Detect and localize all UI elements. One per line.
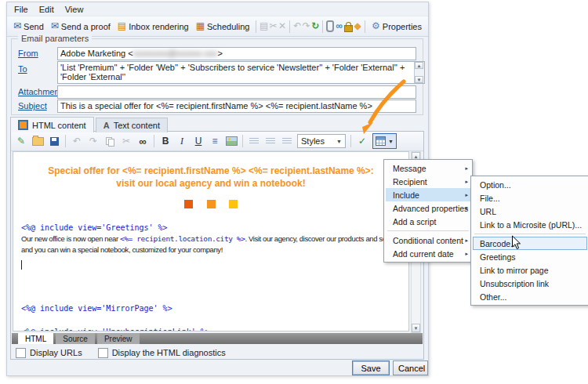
copy-button[interactable] [102, 134, 118, 148]
scroll-down-icon[interactable]: ▼ [415, 76, 423, 83]
menu-item-unsubscription-link[interactable]: Unsubscription link [473, 277, 587, 290]
menu-item-label: Add current date [393, 249, 454, 259]
menu-item-conditional-content[interactable]: Conditional content ▸ [386, 234, 470, 247]
scroll-down-icon[interactable]: ▼ [412, 324, 420, 332]
italic-button[interactable]: I [174, 134, 190, 148]
headline: Special offer for <%= recipient.firstNam… [21, 165, 401, 190]
paste-icon: ▤ [260, 21, 268, 31]
tab-source-view[interactable]: Source [56, 333, 95, 344]
insert-image-button[interactable] [223, 134, 239, 148]
menu-view[interactable]: View [60, 4, 89, 15]
submenu-arrow-icon: ▸ [465, 205, 468, 212]
image-icon [226, 136, 238, 146]
align-right-button[interactable] [279, 134, 295, 148]
subject-link[interactable]: Subject [18, 101, 47, 110]
include-unsubscription-directive: <%@ include view='UnsubscriptionLink' %> [21, 328, 401, 331]
align-center-icon [266, 138, 275, 145]
menu-item-message[interactable]: Message ▸ [386, 161, 470, 175]
from-field[interactable]: Adobe Marketing <xxxxxxxx@xxxxxx.xxx> [57, 47, 416, 60]
send-button[interactable]: ✉ Send [10, 20, 47, 33]
cut-icon: ✂ [122, 136, 130, 147]
toolbar-separator [365, 20, 365, 33]
send-a-proof-label: Send a proof [61, 22, 111, 31]
align-center-button[interactable] [263, 134, 278, 148]
cut-button[interactable]: ✂ [269, 20, 278, 34]
toolbar-separator [256, 20, 256, 33]
subject-value: This is a special offer for <%= recipien… [60, 101, 372, 110]
lock-button[interactable] [344, 20, 353, 34]
inbox-rendering-button[interactable]: ▤ Inbox rendering [114, 20, 192, 33]
canvas-wrapper: Special offer for <%= recipient.firstNam… [13, 151, 421, 333]
align-left-button[interactable] [246, 134, 262, 148]
redo-button[interactable]: ↷ [302, 20, 310, 34]
submenu-arrow-icon: ▸ [465, 192, 468, 198]
email-body-canvas[interactable]: Special offer for <%= recipient.firstNam… [13, 151, 409, 331]
menu-item-add-a-script[interactable]: Add a script [386, 215, 470, 228]
align-right-icon [282, 138, 292, 145]
menu-file[interactable]: File [9, 4, 34, 15]
menu-item-barcode[interactable]: Barcode... [473, 237, 587, 250]
menu-item-label: URL [480, 207, 496, 216]
editor-undo-button[interactable]: ↶ [69, 134, 85, 148]
menu-item-greetings[interactable]: Greetings [473, 250, 587, 263]
save-button[interactable]: Save [352, 360, 390, 375]
bullet-list-button[interactable]: ≡ [207, 134, 223, 148]
menu-item-link-to-mirror-page[interactable]: Link to mirror page [473, 263, 587, 277]
delete-button[interactable]: ✕ [278, 20, 287, 34]
approval-button[interactable]: ◆ [354, 20, 362, 34]
scheduling-button[interactable]: ▦ Scheduling [193, 20, 253, 33]
menu-item-option[interactable]: Option... [473, 178, 587, 191]
bold-button[interactable]: B [158, 134, 173, 148]
tab-html-content[interactable]: HTML content [10, 117, 94, 132]
menu-item-other[interactable]: Other... [473, 290, 587, 303]
to-link[interactable]: To [18, 64, 27, 74]
menu-item-label: Recipient [393, 177, 427, 187]
scroll-up-icon[interactable]: ▲ [415, 62, 423, 69]
display-urls-option[interactable]: Display URLs [16, 348, 82, 358]
link-button[interactable]: ∞ [335, 20, 343, 34]
underline-button[interactable]: U [191, 134, 206, 148]
menu-item-file[interactable]: File... [473, 191, 587, 205]
tab-text-content[interactable]: A Text content [96, 118, 168, 132]
tab-preview-view[interactable]: Preview [97, 333, 140, 344]
cancel-button[interactable]: Cancel [393, 360, 428, 375]
save-content-button[interactable] [46, 134, 62, 148]
refresh-button[interactable]: ↻ [311, 20, 320, 34]
align-left-icon [249, 138, 259, 145]
toolbar-separator [65, 135, 66, 147]
paste-button[interactable]: ▤ [260, 20, 268, 34]
menu-item-recipient[interactable]: Recipient ▸ [386, 175, 470, 188]
find-button[interactable]: ∞ [135, 134, 151, 148]
personalization-token: <%= recipient.location.city %> [120, 234, 245, 243]
list-icon: ≡ [212, 136, 217, 147]
headline-line-2: visit our local agency and win a noteboo… [21, 177, 401, 190]
open-button[interactable] [30, 134, 45, 148]
display-options-row: Display URLs Display the HTML diagnostic… [16, 346, 226, 359]
text-caret [21, 260, 22, 270]
toolbar-separator [289, 20, 290, 33]
attachment-button[interactable] [326, 20, 335, 34]
menu-item-url[interactable]: URL [473, 205, 587, 218]
menu-item-include[interactable]: Include ▸ [386, 188, 470, 201]
menu-item-link-to-microsite[interactable]: Link to a Microsite (pURL)... [473, 218, 587, 231]
edit-content-button[interactable]: ✎ [13, 134, 29, 148]
to-field-scrollbar[interactable]: ▲ ▼ [414, 62, 424, 83]
styles-dropdown[interactable]: Styles ▼ [297, 134, 346, 148]
send-a-proof-button[interactable]: ✉ Send a proof [48, 20, 114, 33]
properties-button[interactable]: ⚙ Properties [368, 20, 425, 33]
include-greetings-directive: <%@ include view='Greetings' %> [21, 223, 401, 232]
display-diagnostics-checkbox[interactable] [98, 348, 108, 358]
tab-html-view[interactable]: HTML [18, 333, 53, 344]
editor-redo-button[interactable]: ↷ [85, 134, 101, 148]
editor-cut-button[interactable]: ✂ [118, 134, 134, 148]
from-link[interactable]: From [18, 49, 38, 58]
menu-separator [387, 230, 469, 231]
copy-icon [106, 137, 114, 146]
display-diagnostics-option[interactable]: Display the HTML diagnostics [98, 348, 226, 358]
menu-edit[interactable]: Edit [34, 4, 60, 15]
menu-item-label: Link to mirror page [480, 266, 549, 275]
menu-item-advanced-properties[interactable]: Advanced properties ▸ [386, 201, 470, 215]
menu-item-add-current-date[interactable]: Add current date ▸ [386, 247, 470, 260]
display-urls-checkbox[interactable] [16, 348, 26, 358]
undo-button[interactable]: ↶ [293, 20, 302, 34]
